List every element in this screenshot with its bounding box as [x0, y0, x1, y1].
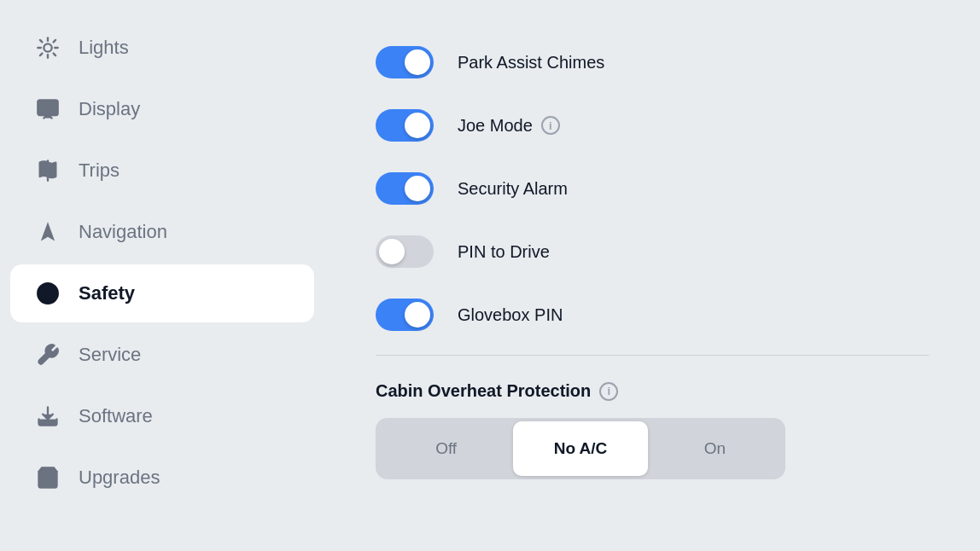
svg-point-0: [44, 44, 51, 51]
pin-to-drive-row: PIN to Drive: [376, 220, 929, 283]
safety-icon: [34, 280, 61, 307]
svg-marker-11: [41, 222, 55, 241]
cabin-segment-off[interactable]: Off: [379, 421, 513, 476]
joe-mode-knob: [405, 113, 430, 138]
navigation-icon: [34, 218, 61, 246]
cabin-title: Cabin Overheat Protection i: [376, 381, 929, 401]
park-assist-row: Park Assist Chimes: [376, 31, 929, 94]
svg-line-5: [40, 40, 42, 42]
sidebar-label-service: Service: [79, 344, 141, 366]
cabin-segment-no-ac[interactable]: No A/C: [513, 421, 647, 476]
svg-line-6: [54, 54, 55, 55]
park-assist-knob: [405, 49, 430, 75]
sidebar-label-display: Display: [79, 98, 140, 120]
sidebar-label-navigation: Navigation: [79, 221, 167, 243]
glovebox-pin-label: Glovebox PIN: [458, 305, 563, 325]
upgrades-icon: [34, 464, 61, 491]
sidebar-item-service[interactable]: Service: [10, 326, 314, 384]
service-icon: [34, 341, 61, 368]
pin-to-drive-toggle[interactable]: [376, 235, 434, 268]
security-alarm-toggle[interactable]: [376, 172, 434, 205]
sun-icon: [34, 34, 61, 61]
sidebar-item-lights[interactable]: Lights: [10, 19, 314, 77]
pin-to-drive-knob: [379, 239, 405, 264]
security-alarm-knob: [405, 176, 430, 201]
svg-rect-9: [38, 101, 57, 116]
sidebar-label-upgrades: Upgrades: [79, 467, 160, 489]
cabin-segmented-control: Off No A/C On: [376, 418, 785, 479]
sidebar-item-navigation[interactable]: Navigation: [10, 203, 314, 261]
sidebar-label-trips: Trips: [79, 160, 120, 182]
sidebar-item-safety[interactable]: Safety: [10, 264, 314, 322]
sidebar-label-safety: Safety: [79, 282, 135, 304]
cabin-segment-on[interactable]: On: [648, 421, 782, 476]
security-alarm-label: Security Alarm: [458, 179, 568, 199]
section-divider: [376, 355, 929, 356]
pin-to-drive-label: PIN to Drive: [458, 242, 550, 262]
sidebar-item-trips[interactable]: Trips: [10, 142, 314, 200]
park-assist-toggle[interactable]: [376, 46, 434, 78]
svg-line-7: [54, 40, 55, 42]
main-content: Park Assist Chimes Joe Mode i Security A…: [324, 0, 980, 551]
sidebar-label-software: Software: [79, 405, 153, 427]
sidebar: Lights Display Trips Navigation: [0, 0, 324, 551]
display-icon: [34, 96, 61, 123]
software-icon: [34, 403, 61, 430]
joe-mode-info-icon[interactable]: i: [541, 116, 560, 135]
joe-mode-toggle[interactable]: [376, 109, 434, 142]
cabin-info-icon[interactable]: i: [599, 382, 618, 401]
sidebar-item-software[interactable]: Software: [10, 387, 314, 445]
security-alarm-row: Security Alarm: [376, 157, 929, 220]
glovebox-pin-row: Glovebox PIN: [376, 283, 929, 346]
cabin-section: Cabin Overheat Protection i Off No A/C O…: [376, 364, 929, 496]
sidebar-item-upgrades[interactable]: Upgrades: [10, 449, 314, 507]
joe-mode-label: Joe Mode i: [458, 116, 560, 136]
glovebox-pin-toggle[interactable]: [376, 299, 434, 331]
trips-icon: [34, 157, 61, 184]
glovebox-pin-knob: [405, 302, 430, 328]
sidebar-item-display[interactable]: Display: [10, 80, 314, 138]
sidebar-label-lights: Lights: [79, 37, 129, 59]
svg-line-8: [40, 54, 42, 55]
park-assist-label: Park Assist Chimes: [458, 53, 604, 72]
joe-mode-row: Joe Mode i: [376, 94, 929, 157]
